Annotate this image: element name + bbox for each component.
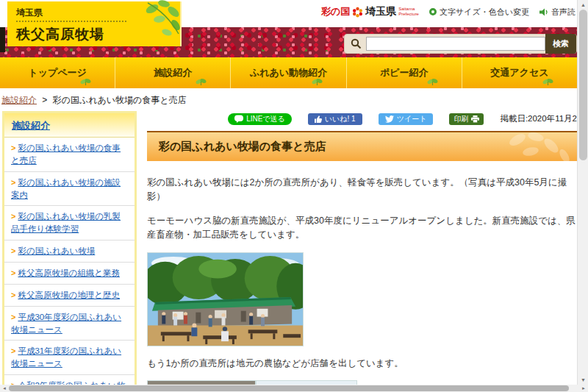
sprout-icon [80,77,91,86]
sidebar-item-facility-guide[interactable]: >彩の国ふれあい牧場の施設案内 [4,171,135,206]
tweet-button[interactable]: ツイート [379,113,434,125]
accessibility-ring-icon [429,8,437,15]
leaf-decoration-icon [139,0,190,38]
paragraph-renewal: モーモーハウス脇の新直売施設が、平成30年度にリニューアルオープンしました。新直… [147,214,577,243]
site-logo[interactable]: 埼玉県 秩父高原牧場 [7,1,182,46]
sidebar-item-news-r2[interactable]: >令和2年度彩の国ふれあい牧場ニュース [4,374,135,385]
share-bar: LINEで送る いいね! 1 ツイート 印刷 [147,113,577,125]
chevron-right-icon: > [11,178,15,187]
breadcrumb-separator: > [42,95,47,105]
search-button[interactable]: 検索 [545,34,576,54]
sidebar-item-news-h30[interactable]: >平成30年度彩の国ふれあい牧場ニュース [4,306,135,341]
sidebar-header: 施設紹介 [4,113,135,138]
sidebar: 施設紹介 >彩の国ふれあい牧場の食事と売店 >彩の国ふれあい牧場の施設案内 >彩… [2,111,137,385]
sprout-icon [196,77,207,86]
page: 埼玉県 秩父高原牧場 彩の国 [0,0,577,385]
nav-item-poppy[interactable]: ポピー紹介 [347,57,462,88]
utility-bar: 彩の国 埼玉県 Saitama Prefecture [321,5,576,18]
text-size-color-button[interactable]: 文字サイズ・色合い変更 [429,7,529,18]
site-header: 埼玉県 秩父高原牧場 彩の国 [0,0,577,57]
paragraph-intro: 彩の国ふれあい牧場には2か所の直売所があり、軽食等を販売しています。（写真は平成… [147,176,577,204]
scroll-left-arrow[interactable]: ◄ [0,385,9,392]
scroll-up-arrow[interactable]: ▲ [578,0,588,10]
speaker-icon [539,8,548,16]
chevron-right-icon: > [11,313,15,321]
main-column: LINEで送る いいね! 1 ツイート 印刷 [147,111,577,385]
chevron-right-icon: > [11,346,15,355]
saitama-romaji: Saitama Prefecture [398,7,419,17]
line-icon [234,115,243,123]
search-icon [351,38,362,49]
content-area: 施設紹介 >彩の国ふれあい牧場の食事と売店 >彩の国ふれあい牧場の施設案内 >彩… [0,111,577,385]
flower-icon [352,7,363,18]
saitama-pref-logo[interactable]: 彩の国 埼玉県 Saitama Prefecture [321,5,419,18]
dotted-divider [16,21,126,22]
sidebar-item-organization[interactable]: >秩父高原牧場の組織と業務 [4,262,135,284]
printer-icon [471,115,479,123]
vertical-scrollbar[interactable]: ▲ ▼ [577,0,588,385]
horizontal-scrollbar[interactable]: ◄ ► [0,385,588,392]
sidebar-title-link[interactable]: 施設紹介 [12,120,50,131]
paragraph-other-shop: もう1か所の直売所は地元の農協などが店舗を出しています。 [147,357,577,371]
twitter-bird-icon [385,115,394,123]
site-search: 検索 [344,34,577,54]
photo-new-direct-sales-building [147,252,304,346]
audio-readout-button[interactable]: 音声読 [539,7,576,18]
sidebar-list: >彩の国ふれあい牧場の食事と売店 >彩の国ふれあい牧場の施設案内 >彩の国ふれあ… [4,138,135,385]
chevron-right-icon: > [11,143,15,152]
sidebar-item-fureai-farm[interactable]: >彩の国ふれあい牧場 [4,240,135,262]
search-input[interactable] [366,37,545,51]
sidebar-item-news-h31[interactable]: >平成31年度彩の国ふれあい牧場ニュース [4,340,135,374]
sidebar-item-meals-shop[interactable]: >彩の国ふれあい牧場の食事と売店 [4,138,135,171]
breadcrumb-current: 彩の国ふれあい牧場の食事と売店 [53,95,187,105]
breadcrumb-link-facilities[interactable]: 施設紹介 [1,95,37,105]
sprout-icon [427,77,438,86]
nav-item-access[interactable]: 交通アクセス [462,57,577,88]
vertical-scrollbar-thumb[interactable] [579,10,587,160]
sidebar-item-geography-history[interactable]: >秩父高原牧場の地理と歴史 [4,284,135,306]
facebook-like-button[interactable]: いいね! 1 [308,113,362,125]
thumbs-up-icon [315,115,322,123]
leaf-watermark-icon [503,132,573,161]
line-share-button[interactable]: LINEで送る [228,113,292,125]
sprout-icon [312,77,323,86]
chevron-right-icon: > [11,291,15,299]
nav-item-facilities[interactable]: 施設紹介 [115,57,231,88]
main-nav: トップページ 施設紹介 ふれあい動物紹介 ポピー紹介 [0,57,577,88]
posted-date: 掲載日:2020年11月2 [500,113,577,124]
sidebar-item-dairy-experience[interactable]: >彩の国ふれあい牧場の乳製品手作り体験学習 [4,205,135,240]
chevron-right-icon: > [11,212,15,221]
horizontal-scrollbar-thumb[interactable] [9,385,569,391]
scroll-down-arrow[interactable]: ▼ [578,375,588,385]
scroll-right-arrow[interactable]: ► [579,385,588,392]
breadcrumb: 施設紹介 > 彩の国ふれあい牧場の食事と売店 [0,88,577,108]
nav-item-animals[interactable]: ふれあい動物紹介 [231,57,346,88]
sai-no-kuni-label: 彩の国 [321,5,350,18]
chevron-right-icon: > [11,246,15,255]
sprout-icon [542,77,553,86]
chevron-right-icon: > [11,268,15,277]
page-title: 彩の国ふれあい牧場の食事と売店 [147,131,577,161]
print-button[interactable]: 印刷 [449,113,484,125]
nav-item-top-page[interactable]: トップページ [0,57,115,88]
saitama-label: 埼玉県 [365,5,396,18]
